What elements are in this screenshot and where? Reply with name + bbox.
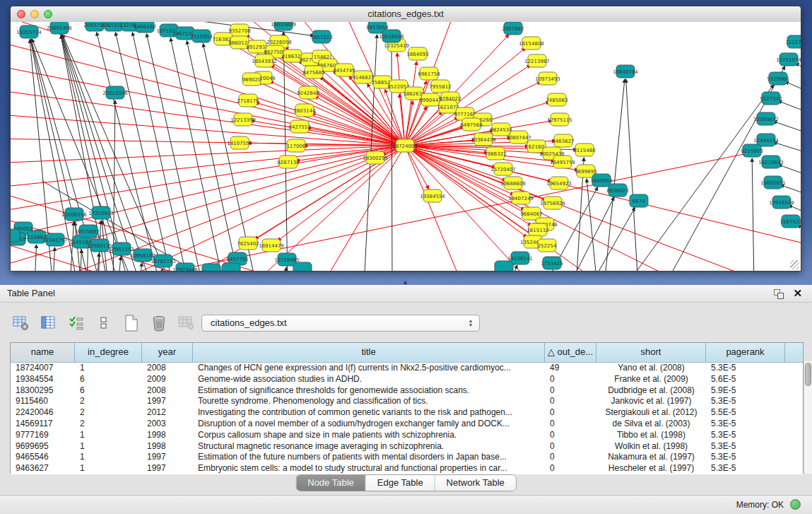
svg-text:18107554: 18107554 bbox=[227, 141, 252, 146]
graph-node[interactable] bbox=[11, 229, 20, 242]
table-row[interactable]: 969969511998Structural magnetic resonanc… bbox=[11, 441, 803, 452]
tab-edge-table[interactable]: Edge Table bbox=[366, 475, 435, 491]
column-header-title[interactable]: title bbox=[193, 343, 545, 362]
svg-text:9684067: 9684067 bbox=[520, 211, 542, 217]
svg-text:9242848: 9242848 bbox=[297, 90, 319, 96]
svg-text:19355724: 19355724 bbox=[16, 30, 42, 35]
svg-text:9699695: 9699695 bbox=[575, 169, 596, 175]
svg-text:18407249: 18407249 bbox=[508, 196, 534, 201]
graph-node[interactable] bbox=[202, 264, 220, 271]
svg-text:8215953: 8215953 bbox=[741, 148, 763, 154]
table-panel-header: Table Panel ✕ bbox=[0, 285, 812, 303]
column-header-year[interactable]: year bbox=[142, 343, 193, 362]
show-columns-icon[interactable] bbox=[39, 314, 58, 332]
svg-text:16914479: 16914479 bbox=[259, 243, 284, 249]
graph-node[interactable] bbox=[293, 262, 312, 271]
close-panel-icon[interactable]: ✕ bbox=[793, 287, 802, 300]
table-toolbar: f(x) bbox=[11, 313, 223, 334]
svg-text:6497568: 6497568 bbox=[460, 122, 482, 128]
svg-text:16033809: 16033809 bbox=[271, 22, 296, 28]
svg-text:20691406: 20691406 bbox=[47, 25, 72, 31]
svg-text:9352708: 9352708 bbox=[228, 28, 250, 34]
table-row[interactable]: 946362711997Embryonic stem cells: a mode… bbox=[11, 463, 803, 474]
memory-status-indicator[interactable] bbox=[790, 499, 801, 510]
svg-text:117006: 117006 bbox=[287, 144, 306, 149]
svg-text:12093872: 12093872 bbox=[753, 117, 779, 122]
table-row[interactable]: 1830029562008Estimation of significance … bbox=[11, 385, 803, 397]
svg-text:1615132: 1615132 bbox=[526, 228, 548, 233]
table-row[interactable]: 911546021997Tourette syndrome. Phenomeno… bbox=[11, 396, 803, 407]
svg-text:9990443: 9990443 bbox=[419, 98, 441, 103]
table-row[interactable]: 1938455462009Genome-wide association stu… bbox=[11, 374, 803, 385]
svg-text:17957253: 17957253 bbox=[109, 247, 134, 252]
window-resize-grip[interactable] bbox=[790, 260, 799, 269]
column-header-short[interactable]: short bbox=[596, 343, 706, 362]
svg-text:15751074: 15751074 bbox=[776, 57, 801, 63]
svg-text:16154808: 16154808 bbox=[519, 41, 544, 47]
window-titlebar[interactable]: citations_edges.txt bbox=[11, 6, 801, 23]
row-height-icon[interactable] bbox=[94, 314, 113, 332]
svg-text:16648784: 16648784 bbox=[613, 69, 638, 75]
svg-text:12444154: 12444154 bbox=[753, 138, 779, 144]
svg-text:7955812: 7955812 bbox=[429, 84, 451, 90]
svg-text:9457791: 9457791 bbox=[226, 257, 248, 262]
table-row[interactable]: 977716911998Corpus callosum shape and si… bbox=[11, 430, 803, 441]
svg-text:14136141: 14136141 bbox=[507, 256, 533, 262]
tab-network-table[interactable]: Network Table bbox=[435, 475, 516, 491]
svg-text:18724007: 18724007 bbox=[392, 144, 418, 149]
close-window-icon[interactable] bbox=[17, 10, 25, 18]
status-bar: Memory: OK bbox=[0, 495, 812, 514]
column-header-indegree[interactable]: in_degree bbox=[75, 343, 142, 362]
dropdown-stepper-icon: ▲▼ bbox=[466, 317, 475, 329]
graph-node[interactable] bbox=[495, 261, 513, 271]
svg-text:17016504: 17016504 bbox=[769, 200, 794, 206]
graph-node[interactable] bbox=[222, 263, 240, 271]
tab-node-table[interactable]: Node Table bbox=[296, 475, 366, 491]
svg-text:7485063: 7485063 bbox=[546, 98, 567, 103]
table-row[interactable]: 946554611997Estimation of the future num… bbox=[11, 452, 803, 463]
delete-table-icon[interactable] bbox=[149, 314, 168, 332]
float-panel-icon[interactable] bbox=[774, 289, 784, 298]
svg-text:10807447: 10807447 bbox=[506, 135, 531, 141]
svg-text:9227342: 9227342 bbox=[760, 96, 782, 102]
network-svg[interactable]: 1872400718300295193845549352708716382288… bbox=[11, 22, 801, 271]
table-row[interactable]: 1872400712008Changes of HCN gene express… bbox=[11, 363, 803, 374]
svg-text:7986322: 7986322 bbox=[484, 151, 506, 157]
window-title: citations_edges.txt bbox=[11, 6, 801, 22]
table-panel-body: f(x) citations_edges.txt ▲▼ namein_degre… bbox=[0, 303, 812, 495]
network-canvas[interactable]: 1872400718300295193845549352708716382288… bbox=[11, 22, 801, 271]
svg-text:8454749: 8454749 bbox=[333, 68, 355, 74]
svg-text:15692031: 15692031 bbox=[760, 180, 786, 186]
svg-text:18300295: 18300295 bbox=[363, 156, 388, 161]
svg-text:23226058: 23226058 bbox=[266, 40, 292, 45]
select-columns-icon[interactable] bbox=[66, 314, 86, 332]
table-selector-dropdown[interactable]: citations_edges.txt ▲▼ bbox=[201, 315, 480, 332]
table-row[interactable]: 2242004622012Investigating the contribut… bbox=[11, 407, 803, 419]
column-header-outde[interactable]: △ out_de... bbox=[545, 343, 596, 362]
minimize-window-icon[interactable] bbox=[30, 10, 39, 18]
svg-text:9824534: 9824534 bbox=[490, 127, 512, 133]
table-selector-value: citations_edges.txt bbox=[211, 317, 287, 328]
network-window: citations_edges.txt 18724007183002951938… bbox=[10, 6, 801, 271]
svg-text:16782753: 16782753 bbox=[151, 259, 176, 264]
column-header-name[interactable]: name bbox=[11, 343, 75, 362]
svg-text:19384554: 19384554 bbox=[420, 194, 445, 199]
svg-text:62160: 62160 bbox=[529, 144, 544, 150]
table-row[interactable]: 1456911722003Disruption of a novel membe… bbox=[11, 419, 803, 430]
table-scrollbar[interactable] bbox=[804, 361, 812, 474]
zoom-window-icon[interactable] bbox=[44, 10, 52, 18]
table-scrollbar-thumb[interactable] bbox=[805, 363, 811, 386]
svg-text:6961758: 6961758 bbox=[418, 71, 440, 77]
svg-text:10958167: 10958167 bbox=[130, 253, 155, 259]
svg-text:8813054: 8813054 bbox=[366, 25, 389, 30]
svg-text:19756928: 19756928 bbox=[540, 201, 565, 206]
svg-text:12213987: 12213987 bbox=[524, 59, 550, 64]
table-header-row: namein_degreeyeartitle△ out_de...shortpa… bbox=[11, 343, 803, 363]
svg-text:16210643: 16210643 bbox=[758, 160, 784, 165]
table-settings-icon[interactable] bbox=[11, 314, 30, 332]
svg-text:6466160: 6466160 bbox=[134, 24, 155, 30]
svg-text:19654923: 19654923 bbox=[546, 181, 572, 187]
new-table-icon[interactable] bbox=[122, 314, 141, 332]
column-header-pagerank[interactable]: pagerank bbox=[706, 343, 785, 362]
table-panel-title: Table Panel bbox=[7, 288, 55, 298]
